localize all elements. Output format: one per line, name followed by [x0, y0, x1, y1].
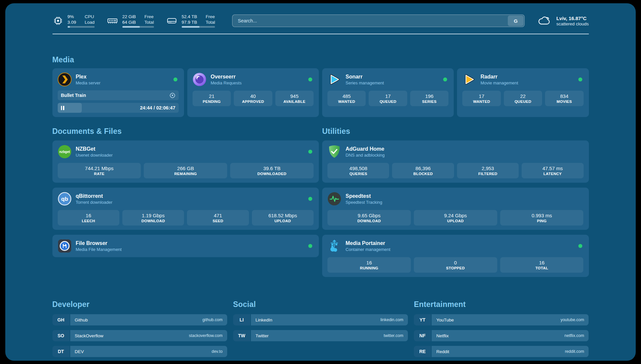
svg-text:qb: qb	[61, 196, 68, 202]
stat-tile: 834 MOVIES	[545, 91, 583, 106]
ram-stat: 22 GiB 64 GiB Free Total	[107, 14, 154, 28]
service-name: AdGuard Home	[346, 146, 385, 152]
stat-tile: 9.65 Gbps DOWNLOAD	[327, 210, 411, 226]
service-subtitle: Series management	[346, 80, 384, 85]
bookmark-url: dev.to	[212, 349, 223, 354]
service-subtitle: Media server	[76, 80, 101, 85]
now-playing-row: Bullet Train	[58, 90, 179, 100]
utilities-column: AdGuard Home DNS and adblocking 498,508 …	[322, 140, 589, 277]
bookmark-abbr: SO	[52, 330, 70, 341]
bookmark-name: LinkedIn	[256, 318, 272, 322]
weather-location-temp: Lviv, 16.87°C	[556, 15, 589, 21]
dashboard-panel: 9% 3.09 CPU Load	[5, 3, 636, 361]
stat-tile: 17 WANTED	[462, 91, 501, 106]
card-adguard[interactable]: AdGuard Home DNS and adblocking 498,508 …	[322, 140, 589, 183]
service-subtitle: Media Requests	[211, 80, 242, 85]
card-qbittorrent[interactable]: qb qBittorrent Torrent downloader	[52, 188, 319, 230]
bookmark-url: github.com	[202, 318, 223, 322]
card-radarr[interactable]: Radarr Movie management 17 WANTED 22 QUE…	[457, 68, 589, 117]
portainer-icon	[327, 239, 341, 253]
status-dot	[308, 150, 312, 154]
social-bookmarks: LI LinkedIn linkedin.com TW Twitter twit…	[233, 314, 408, 341]
service-subtitle: Media File Management	[76, 247, 122, 252]
search-input[interactable]	[232, 15, 525, 27]
qbittorrent-icon: qb	[58, 192, 72, 206]
stat-tile: 86,396 BLOCKED	[392, 163, 454, 178]
bookmark-abbr: GH	[52, 314, 70, 325]
service-name: File Browser	[76, 240, 122, 246]
bookmark-youtube[interactable]: YT YouTube youtube.com	[414, 314, 589, 325]
status-dot	[578, 244, 582, 248]
card-plex[interactable]: Plex Media server Bullet Train	[52, 68, 184, 117]
documents-column: nzbget NZBGet Usenet downloader 74	[52, 140, 319, 257]
bookmark-name: Netflix	[436, 333, 449, 338]
ram-free-value: 22 GiB	[122, 14, 136, 19]
service-name: Speedtest	[346, 193, 382, 199]
weather-condition: scattered clouds	[556, 21, 589, 26]
stat-tile: 1.19 Gbps DOWNLOAD	[122, 210, 184, 226]
bookmark-github[interactable]: GH Github github.com	[52, 314, 227, 325]
nzbget-icon: nzbget	[58, 145, 72, 159]
bookmark-linkedin[interactable]: LI LinkedIn linkedin.com	[233, 314, 408, 325]
card-overseerr[interactable]: Overseerr Media Requests 21 PENDING 40 A…	[187, 68, 319, 117]
stat-tile: 39.6 TB DOWNLOADED	[230, 163, 314, 178]
card-sonarr[interactable]: Sonarr Series management 485 WANTED 17 Q…	[322, 68, 454, 117]
bookmark-name: YouTube	[436, 318, 454, 322]
bookmark-abbr: TW	[233, 330, 250, 341]
cloud-icon	[537, 15, 552, 27]
cpu-load-label: Load	[85, 20, 95, 25]
weather-widget[interactable]: Lviv, 16.87°C scattered clouds	[537, 15, 589, 27]
bookmark-netflix[interactable]: NF Netflix netflix.com	[414, 330, 589, 341]
bookmark-stackoverflow[interactable]: SO StackOverflow stackoverflow.com	[52, 330, 227, 341]
bookmark-name: DEV	[75, 349, 84, 354]
bookmark-name: Reddit	[436, 349, 449, 354]
card-nzbget[interactable]: nzbget NZBGet Usenet downloader 74	[52, 140, 319, 183]
pause-icon[interactable]	[61, 106, 64, 110]
plex-icon	[58, 73, 72, 86]
bookmark-url: netflix.com	[565, 333, 584, 338]
stat-tile: 744.21 Mbps RATE	[58, 163, 141, 178]
cpu-icon	[52, 15, 64, 26]
status-dot	[308, 244, 312, 248]
bookmark-dev[interactable]: DT DEV dev.to	[52, 346, 227, 357]
stat-tile: 9.24 Gbps UPLOAD	[414, 210, 497, 226]
search-box: G	[232, 15, 525, 27]
service-name: qBittorrent	[76, 193, 112, 199]
service-subtitle: Usenet downloader	[76, 153, 113, 158]
gear-icon[interactable]	[169, 92, 175, 98]
stat-tile: 0 STOPPED	[414, 257, 497, 273]
service-subtitle: Speedtest Tracking	[346, 200, 382, 205]
disk-free-label: Free	[206, 14, 215, 19]
ram-free-label: Free	[144, 14, 154, 19]
developer-bookmarks: GH Github github.com SO StackOverflow st…	[52, 314, 227, 357]
status-dot	[443, 77, 447, 81]
service-name: Radarr	[480, 74, 518, 80]
card-filebrowser[interactable]: File Browser Media File Management	[52, 235, 319, 257]
stat-tile: 2,953 FILTERED	[457, 163, 519, 178]
bookmark-reddit[interactable]: RE Reddit reddit.com	[414, 346, 589, 357]
status-dot	[578, 77, 582, 81]
adguard-icon	[327, 145, 341, 159]
bookmark-twitter[interactable]: TW Twitter twitter.com	[233, 330, 408, 341]
service-name: NZBGet	[76, 146, 113, 152]
section-title-developer: Developer	[52, 300, 227, 309]
search-engine-button[interactable]: G	[508, 15, 524, 26]
section-title-entertainment: Entertainment	[414, 300, 589, 309]
topbar-divider	[52, 34, 589, 34]
bookmark-name: StackOverflow	[75, 333, 104, 338]
bookmark-url: linkedin.com	[381, 318, 403, 322]
overseerr-icon	[193, 73, 206, 86]
card-speedtest[interactable]: Speedtest Speedtest Tracking 9.65 Gbps D…	[322, 188, 589, 230]
disk-free-value: 52.4 TB	[182, 14, 197, 19]
disk-total-value: 97.9 TB	[182, 20, 197, 25]
disk-total-label: Total	[206, 20, 215, 25]
topbar: 9% 3.09 CPU Load	[52, 13, 589, 28]
stat-tile: 16 LEECH	[58, 210, 119, 226]
stat-tile: 16 TOTAL	[500, 257, 584, 273]
cpu-usage-value: 9%	[68, 14, 76, 19]
card-portainer[interactable]: Media Portainer Container management 16 …	[322, 235, 589, 277]
ram-total-label: Total	[144, 20, 154, 25]
disk-icon	[166, 15, 178, 26]
section-title-media: Media	[52, 55, 589, 64]
stat-tile: 16 RUNNING	[327, 257, 411, 273]
